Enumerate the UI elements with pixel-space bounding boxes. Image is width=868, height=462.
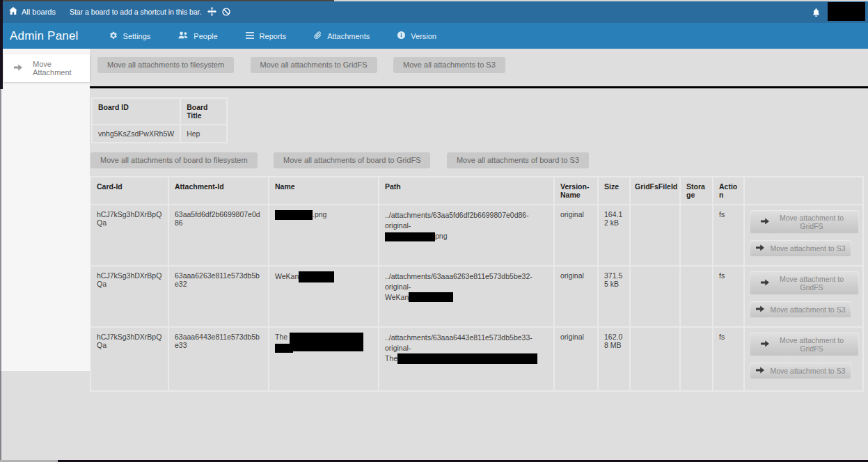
move-attachment-to-gridfs-button[interactable]: Move attachment to GridFS: [750, 333, 859, 356]
move-board-to-filesystem-button[interactable]: Move all attachments of board to filesys…: [90, 152, 258, 168]
ban-icon[interactable]: [222, 8, 230, 16]
board-table: Board ID Board Title vnhg5KsZsdPwXRh5W H…: [91, 97, 228, 143]
buttons-header: [744, 177, 863, 205]
action-cell: fs: [713, 205, 744, 266]
notifications-bell-icon[interactable]: [812, 8, 820, 20]
action-cell: fs: [713, 327, 744, 391]
attachments-header-row: Card-Id Attachment-Id Name Path Version-…: [90, 177, 863, 205]
card-id-cell: hCJ7kSg3hDXrBpQQa: [90, 266, 168, 327]
attachment-id-cell: 63aaa6443e811e573db5be33: [168, 327, 269, 391]
global-actions-row: Move all attachments to filesystem Move …: [90, 57, 868, 73]
gridfsfileid-cell: [630, 266, 680, 327]
all-boards-link[interactable]: All boards: [9, 7, 56, 16]
sidebar-item-move-attachment[interactable]: Move Attachment: [3, 54, 90, 82]
star-hint-text: Star a board to add a shortcut in this b…: [70, 8, 202, 16]
users-icon: [178, 31, 188, 40]
size-cell: 371.55 kB: [598, 266, 630, 327]
redacted-text: [299, 271, 334, 282]
name-cell: The: [269, 327, 379, 391]
board-id-header: Board ID: [92, 98, 180, 125]
arrow-right-icon: [761, 340, 769, 349]
all-boards-label: All boards: [22, 8, 56, 16]
attachment-id-cell: 63aaa6263e811e573db5be32: [168, 266, 269, 327]
row-buttons-cell: Move attachment to GridFS Move attachmen…: [744, 205, 863, 266]
card-id-cell: hCJ7kSg3hDXrBpQQa: [90, 205, 168, 266]
user-avatar-redacted[interactable]: [828, 2, 865, 21]
window-edge-top: [0, 0, 334, 1]
storage-cell: [680, 205, 713, 266]
move-all-to-filesystem-button[interactable]: Move all attachments to filesystem: [97, 57, 234, 73]
attachment-id-header: Attachment-Id: [168, 177, 269, 205]
arrow-right-icon: [756, 305, 764, 314]
star-hint: Star a board to add a shortcut in this b…: [70, 7, 230, 16]
version-name-header: Version-Name: [554, 177, 598, 205]
action-header: Action: [713, 177, 744, 205]
size-cell: 164.12 kB: [598, 205, 630, 266]
gridfsfileid-cell: [630, 327, 680, 391]
arrow-right-icon: [756, 244, 764, 253]
path-cell: ../attachments/63aaa6443e811e573db5be33-…: [379, 327, 554, 391]
sidebar-item-label: Move Attachment: [33, 60, 90, 77]
action-cell: fs: [713, 266, 744, 327]
tab-people-label: People: [194, 32, 217, 40]
storage-cell: [680, 327, 713, 391]
board-actions-row: Move all attachments of board to filesys…: [90, 152, 868, 168]
move-attachment-to-s3-button[interactable]: Move attachment to S3: [750, 363, 851, 379]
storage-header: Storage: [680, 177, 713, 205]
redacted-text: [290, 333, 363, 351]
move-attachment-to-s3-button[interactable]: Move attachment to S3: [750, 301, 851, 318]
size-header: Size: [598, 177, 630, 205]
tab-settings[interactable]: Settings: [109, 31, 151, 41]
arrow-right-icon: [14, 64, 22, 72]
move-board-to-s3-button[interactable]: Move all attachments of board to S3: [447, 152, 589, 168]
move-icon[interactable]: [207, 7, 216, 16]
move-all-to-s3-button[interactable]: Move all attachments to S3: [393, 57, 505, 73]
board-table-row: vnhg5KsZsdPwXRh5W Hep: [92, 125, 227, 143]
board-table-header-row: Board ID Board Title: [92, 98, 227, 125]
arrow-right-icon: [756, 367, 764, 375]
topbar-right: [812, 2, 865, 21]
path-cell: ../attachments/63aaa6263e811e573db5be32-…: [379, 266, 554, 327]
row-buttons-cell: Move attachment to GridFS Move attachmen…: [744, 327, 863, 391]
tab-settings-label: Settings: [123, 32, 151, 40]
board-id-value: vnhg5KsZsdPwXRh5W: [92, 125, 180, 143]
attachment-row: hCJ7kSg3hDXrBpQQa 63aaa6263e811e573db5be…: [90, 266, 863, 327]
page-title: Admin Panel: [10, 29, 79, 43]
gear-icon: [109, 31, 118, 41]
storage-cell: [680, 266, 713, 327]
list-icon: [246, 32, 254, 40]
name-cell: .png: [269, 205, 379, 266]
attachment-row: hCJ7kSg3hDXrBpQQa 63aaa6443e811e573db5be…: [90, 327, 863, 391]
move-attachment-to-s3-button[interactable]: Move attachment to S3: [750, 240, 851, 257]
tab-reports[interactable]: Reports: [246, 32, 287, 40]
arrow-right-icon: [761, 279, 769, 287]
version-name-cell: original: [554, 205, 598, 266]
gridfsfileid-header: GridFsFileId: [630, 177, 680, 205]
move-all-to-gridfs-button[interactable]: Move all attachments to GridFS: [251, 57, 377, 73]
admin-bar: Admin Panel Settings People Reports Atta…: [0, 23, 868, 49]
move-board-to-gridfs-button[interactable]: Move all attachments of board to GridFS: [274, 152, 430, 168]
card-id-header: Card-Id: [90, 177, 168, 205]
tab-version[interactable]: Version: [397, 31, 436, 40]
board-title-header: Board Title: [180, 98, 227, 125]
tab-attachments-label: Attachments: [327, 32, 370, 40]
main-content: Move all attachments to filesystem Move …: [90, 49, 868, 392]
redacted-text: [409, 292, 453, 302]
row-buttons-cell: Move attachment to GridFS Move attachmen…: [744, 266, 863, 327]
size-cell: 162.08 MB: [598, 327, 630, 391]
tab-reports-label: Reports: [260, 32, 287, 40]
redacted-text: [275, 210, 313, 220]
divider: [90, 86, 868, 88]
tab-attachments[interactable]: Attachments: [314, 31, 370, 41]
move-attachment-to-gridfs-button[interactable]: Move attachment to GridFS: [750, 271, 859, 295]
name-cell: WeKan: [269, 266, 379, 327]
tab-people[interactable]: People: [178, 31, 217, 40]
attachment-row: hCJ7kSg3hDXrBpQQa 63aa5fd6df2b6699807e0d…: [90, 205, 863, 266]
redacted-text: [397, 353, 537, 364]
tab-version-label: Version: [411, 32, 436, 40]
admin-sidebar: Move Attachment: [0, 49, 90, 371]
top-bar: All boards Star a board to add a shortcu…: [0, 0, 868, 23]
attachments-table: Card-Id Attachment-Id Name Path Version-…: [90, 176, 864, 392]
move-attachment-to-gridfs-button[interactable]: Move attachment to GridFS: [750, 210, 859, 234]
path-header: Path: [379, 177, 554, 205]
